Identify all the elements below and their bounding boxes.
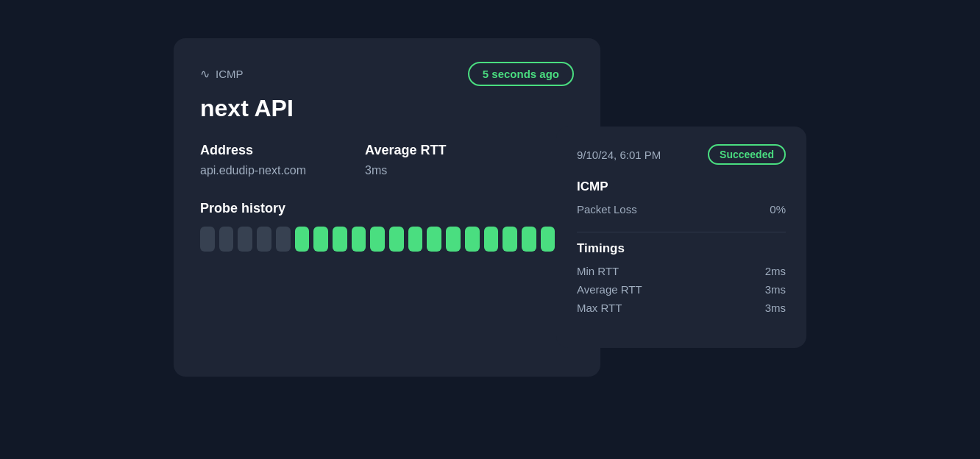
wave-icon: ∿	[200, 67, 210, 81]
probe-bars	[200, 227, 574, 252]
detail-avg-rtt-value: 3ms	[765, 283, 786, 296]
probe-bar	[295, 227, 310, 252]
packet-loss-value: 0%	[770, 203, 786, 216]
icmp-section-title: ICMP	[577, 179, 786, 194]
min-rtt-label: Min RTT	[577, 265, 619, 277]
probe-bar	[484, 227, 499, 252]
avg-rtt-label: Average RTT	[365, 143, 446, 158]
packet-loss-row: Packet Loss 0%	[577, 200, 786, 218]
probe-bar	[446, 227, 461, 252]
probe-bar	[522, 227, 536, 252]
probe-bar	[313, 227, 328, 252]
detail-header: 9/10/24, 6:01 PM Succeeded	[577, 144, 786, 165]
avg-rtt-row: Average RTT 3ms	[577, 280, 786, 299]
detail-datetime: 9/10/24, 6:01 PM	[577, 149, 661, 161]
probe-bar	[503, 227, 517, 252]
status-badge: Succeeded	[708, 144, 786, 165]
detail-avg-rtt-label: Average RTT	[577, 283, 642, 296]
info-row: Address api.edudip-next.com Average RTT …	[200, 143, 574, 177]
icmp-label: ∿ ICMP	[200, 67, 244, 81]
probe-bar	[219, 227, 234, 252]
probe-bar	[370, 227, 385, 252]
probe-bar	[389, 227, 404, 252]
max-rtt-label: Max RTT	[577, 302, 622, 314]
probe-bar	[200, 227, 215, 252]
main-card: ∿ ICMP 5 seconds ago next API Address ap…	[174, 38, 600, 377]
probe-section: Probe history	[200, 201, 574, 252]
avg-rtt-col: Average RTT 3ms	[365, 143, 446, 177]
probe-bar	[238, 227, 252, 252]
divider	[577, 232, 786, 232]
time-badge: 5 seconds ago	[468, 62, 574, 86]
probe-bar	[465, 227, 480, 252]
card-header: ∿ ICMP 5 seconds ago	[200, 62, 574, 86]
address-value: api.edudip-next.com	[200, 164, 306, 177]
icmp-text: ICMP	[216, 68, 244, 80]
min-rtt-value: 2ms	[765, 265, 786, 277]
min-rtt-row: Min RTT 2ms	[577, 262, 786, 280]
max-rtt-row: Max RTT 3ms	[577, 299, 786, 317]
icmp-section: ICMP Packet Loss 0%	[577, 179, 786, 218]
packet-loss-label: Packet Loss	[577, 203, 637, 216]
probe-bar	[427, 227, 441, 252]
probe-bar	[352, 227, 366, 252]
max-rtt-value: 3ms	[765, 302, 786, 314]
detail-card: 9/10/24, 6:01 PM Succeeded ICMP Packet L…	[556, 127, 806, 348]
probe-bar	[541, 227, 555, 252]
probe-bar	[257, 227, 271, 252]
address-label: Address	[200, 143, 306, 158]
timings-section: Timings Min RTT 2ms Average RTT 3ms Max …	[577, 241, 786, 317]
card-title: next API	[200, 95, 574, 122]
probe-bar	[333, 227, 347, 252]
probe-bar	[276, 227, 291, 252]
address-col: Address api.edudip-next.com	[200, 143, 306, 177]
probe-history-label: Probe history	[200, 201, 574, 216]
probe-bar	[408, 227, 423, 252]
timings-section-title: Timings	[577, 241, 786, 256]
avg-rtt-value: 3ms	[365, 164, 387, 177]
